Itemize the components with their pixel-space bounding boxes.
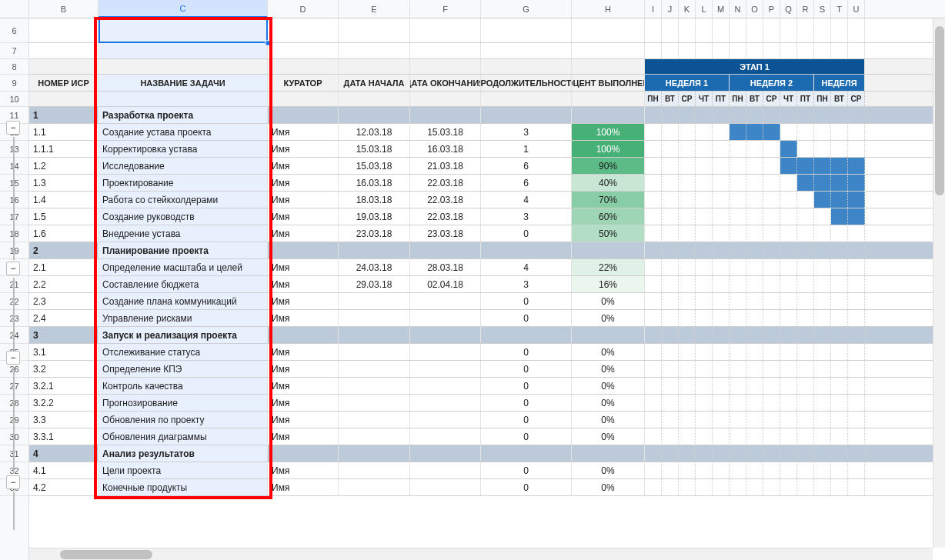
cell-E-31[interactable] <box>339 445 410 462</box>
start-cell[interactable]: 23.03.18 <box>339 225 410 242</box>
row-header-13[interactable]: 13 <box>0 141 29 158</box>
percent-cell[interactable]: 60% <box>572 208 645 225</box>
end-cell[interactable]: 22.03.18 <box>410 175 481 191</box>
gantt-cell[interactable] <box>848 158 865 174</box>
percent-cell[interactable]: 0% <box>572 479 645 495</box>
start-cell[interactable]: 12.03.18 <box>339 124 410 140</box>
start-cell[interactable] <box>339 428 410 445</box>
cell-L-6[interactable] <box>696 18 713 42</box>
end-cell[interactable] <box>410 428 481 445</box>
gantt-cell[interactable] <box>713 428 730 445</box>
curator-cell[interactable]: Имя <box>268 259 339 275</box>
start-cell[interactable]: 16.03.18 <box>339 175 410 191</box>
row-header-21[interactable]: 21 <box>0 276 29 293</box>
cell-M-19[interactable] <box>713 242 730 258</box>
gantt-cell[interactable] <box>780 479 797 495</box>
gantt-cell[interactable] <box>780 208 797 225</box>
gantt-cell[interactable] <box>679 175 696 191</box>
gantt-cell[interactable] <box>730 479 746 495</box>
row-header-10[interactable]: 10 <box>0 92 29 107</box>
wbs-cell[interactable]: 1.6 <box>29 225 99 242</box>
cell-G-24[interactable] <box>481 327 572 343</box>
gantt-cell[interactable] <box>797 175 814 191</box>
start-cell[interactable] <box>339 462 410 478</box>
row-27[interactable]: 3.2.1Контроль качестваИмя00% <box>29 378 945 395</box>
gantt-cell[interactable] <box>696 141 713 157</box>
gantt-cell[interactable] <box>780 462 797 478</box>
gantt-cell[interactable] <box>730 395 746 411</box>
gantt-cell[interactable] <box>713 395 730 411</box>
gantt-cell[interactable] <box>848 462 865 478</box>
gantt-cell[interactable] <box>746 310 763 326</box>
day-hdr-1[interactable]: ВТ <box>662 92 679 106</box>
col-header-G[interactable]: G <box>481 0 572 18</box>
gantt-cell[interactable] <box>662 141 679 157</box>
hdr-wbs[interactable]: НОМЕР ИСР <box>29 75 99 91</box>
day-hdr-10[interactable]: ПН <box>814 92 831 106</box>
gantt-cell[interactable] <box>679 141 696 157</box>
row-header-27[interactable]: 27 <box>0 378 29 395</box>
start-cell[interactable] <box>339 412 410 428</box>
gantt-cell[interactable] <box>814 141 831 157</box>
gantt-cell[interactable] <box>662 124 679 140</box>
column-headers[interactable]: BCDEFGHIJKLMNOPQRSTU <box>29 0 945 18</box>
gantt-cell[interactable] <box>730 310 746 326</box>
gantt-cell[interactable] <box>662 158 679 174</box>
duration-cell[interactable]: 4 <box>481 192 572 208</box>
gantt-cell[interactable] <box>662 361 679 377</box>
gantt-cell[interactable] <box>780 344 797 360</box>
gantt-cell[interactable] <box>730 378 746 394</box>
percent-cell[interactable]: 0% <box>572 361 645 377</box>
gantt-cell[interactable] <box>679 412 696 428</box>
col-header-Q[interactable]: Q <box>780 0 797 18</box>
curator-cell[interactable]: Имя <box>268 208 339 225</box>
gantt-cell[interactable] <box>730 208 746 225</box>
gantt-cell[interactable] <box>814 310 831 326</box>
gantt-cell[interactable] <box>662 225 679 242</box>
gantt-cell[interactable] <box>797 124 814 140</box>
cell-T-11[interactable] <box>831 107 848 123</box>
phase-task-1[interactable]: Разработка проекта <box>99 107 268 123</box>
start-cell[interactable] <box>339 344 410 360</box>
cell-M-31[interactable] <box>713 445 730 462</box>
gantt-cell[interactable] <box>831 378 848 394</box>
gantt-cell[interactable] <box>679 259 696 275</box>
task-cell[interactable]: Определение КПЭ <box>99 361 268 377</box>
gantt-cell[interactable] <box>713 208 730 225</box>
gantt-cell[interactable] <box>746 259 763 275</box>
gantt-cell[interactable] <box>746 412 763 428</box>
row-20[interactable]: 2.1Определение масштаба и целейИмя24.03.… <box>29 259 945 276</box>
cell-T-6[interactable] <box>831 18 848 42</box>
start-cell[interactable] <box>339 378 410 394</box>
cell-F-24[interactable] <box>410 327 481 343</box>
cell-O-31[interactable] <box>746 445 763 462</box>
task-cell[interactable]: Корректировка устава <box>99 141 268 157</box>
gantt-cell[interactable] <box>662 208 679 225</box>
gantt-cell[interactable] <box>746 428 763 445</box>
day-hdr-9[interactable]: ПТ <box>797 92 814 106</box>
row-10[interactable]: ПНВТСРЧТПТПНВТСРЧТПТПНВТСР <box>29 92 945 107</box>
percent-cell[interactable]: 16% <box>572 276 645 292</box>
row-14[interactable]: 1.2ИсследованиеИмя15.03.1821.03.18690% <box>29 158 945 175</box>
gantt-cell[interactable] <box>746 378 763 394</box>
gantt-cell[interactable] <box>730 344 746 360</box>
gantt-cell[interactable] <box>763 361 780 377</box>
cell-N-24[interactable] <box>730 327 746 343</box>
gantt-cell[interactable] <box>662 192 679 208</box>
col-header-I[interactable]: I <box>645 0 662 18</box>
gantt-cell[interactable] <box>696 378 713 394</box>
gantt-cell[interactable] <box>645 124 662 140</box>
phase-wbs-4[interactable]: 4 <box>29 445 99 462</box>
gantt-cell[interactable] <box>746 276 763 292</box>
cell-G-8[interactable] <box>481 59 572 74</box>
gantt-cell[interactable] <box>679 158 696 174</box>
gantt-cell[interactable] <box>814 479 831 495</box>
cell-E-19[interactable] <box>339 242 410 258</box>
gantt-cell[interactable] <box>814 175 831 191</box>
cell-D-6[interactable] <box>268 18 339 42</box>
row-16[interactable]: 1.4Работа со стейкхолдерамиИмя18.03.1822… <box>29 192 945 208</box>
row-header-30[interactable]: 30 <box>0 428 29 445</box>
gantt-cell[interactable] <box>831 259 848 275</box>
day-hdr-4[interactable]: ПТ <box>713 92 730 106</box>
task-cell[interactable]: Обновления диаграммы <box>99 428 268 445</box>
